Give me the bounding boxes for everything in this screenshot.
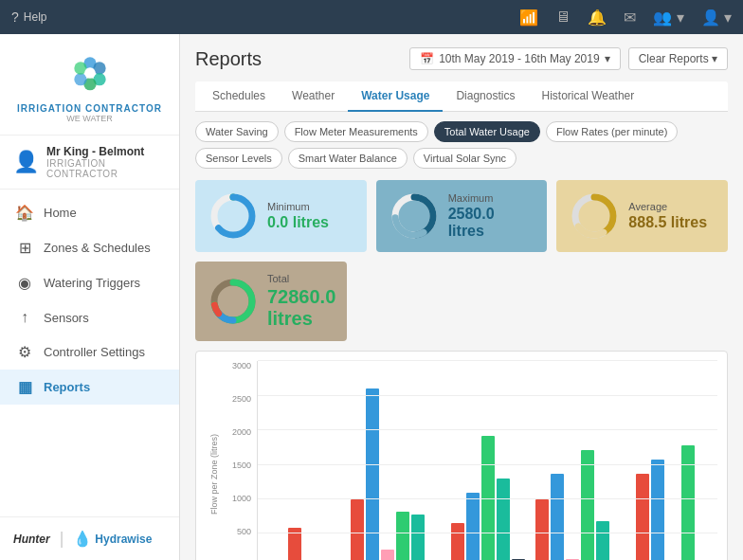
chart-bars-container: 0 500 1000 1500 2000 2500 3000 (223, 361, 717, 560)
sidebar-user: 👤 Mr King - Belmont IRRIGATION CONTRACTO… (0, 135, 179, 190)
chart-inner: Flow per Zone (litres) 0 500 1000 1500 2… (206, 361, 717, 560)
y-axis-label-container: Flow per Zone (litres) (206, 361, 223, 560)
y-label-500: 500 (223, 527, 251, 536)
grid-lines (258, 361, 717, 560)
date-range-label: 10th May 2019 - 16th May 2019 (439, 52, 599, 65)
monitor-icon[interactable]: 🖥 (555, 9, 571, 26)
sidebar-item-label: Home (44, 206, 77, 220)
total-value: 72860.0litres (267, 286, 335, 330)
controller-icon: ⚙ (15, 343, 34, 361)
svg-point-6 (84, 67, 96, 79)
maximum-label: Maximum (448, 192, 535, 204)
total-row: Total 72860.0litres (195, 262, 728, 341)
tabs-bar: Schedules Weather Water Usage Diagnostic… (195, 81, 728, 112)
page-title: Reports (195, 48, 262, 70)
chevron-down-icon: ▾ (605, 52, 610, 65)
stat-text-minimum: Minimum 0.0 litres (267, 201, 329, 231)
grid-line-1500 (258, 464, 717, 465)
sidebar-item-label: Controller Settings (44, 345, 145, 359)
mail-icon[interactable]: ✉ (624, 9, 636, 27)
zones-icon: ⊞ (15, 239, 34, 257)
y-label-2500: 2500 (223, 394, 251, 404)
user-role: IRRIGATION CONTRACTOR (46, 158, 166, 179)
home-icon: 🏠 (15, 204, 34, 222)
sidebar-item-label: Watering Triggers (44, 276, 140, 290)
wifi-icon[interactable]: 📶 (519, 9, 538, 27)
y-label-2000: 2000 (223, 427, 251, 437)
total-label: Total (267, 273, 335, 284)
stat-card-minimum: Minimum 0.0 litres (195, 180, 367, 252)
grid-line-1000 (258, 498, 717, 499)
chart-content: 0 500 1000 1500 2000 2500 3000 (223, 361, 717, 560)
pill-sensor-levels[interactable]: Sensor Levels (195, 148, 282, 169)
logo-flower (66, 49, 114, 97)
sidebar-item-reports[interactable]: ▦ Reports (0, 370, 179, 405)
chart-area: Flow per Zone (litres) 0 500 1000 1500 2… (195, 351, 728, 560)
help-icon: ? (11, 9, 19, 25)
clear-reports-label: Clear Reports (639, 52, 709, 65)
y-label-1500: 1500 (223, 461, 251, 470)
date-picker-button[interactable]: 📅 10th May 2019 - 16th May 2019 ▾ (409, 47, 620, 70)
donut-average (570, 191, 619, 241)
pill-flow-meter[interactable]: Flow Meter Measurements (284, 121, 428, 142)
sidebar-item-home[interactable]: 🏠 Home (0, 195, 179, 230)
filter-pills: Water Saving Flow Meter Measurements Tot… (195, 121, 728, 169)
sidebar-footer: Hunter | 💧 Hydrawise (0, 516, 179, 560)
tab-schedules[interactable]: Schedules (199, 81, 279, 112)
stat-card-average: Average 888.5 litres (556, 180, 728, 252)
pill-total-water-usage[interactable]: Total Water Usage (434, 121, 540, 142)
average-value: 888.5 litres (628, 214, 707, 231)
donut-total (208, 277, 258, 326)
help-link[interactable]: ? Help (11, 9, 46, 25)
user-icon[interactable]: 👤 ▾ (701, 9, 732, 27)
grid-line-3000 (258, 360, 717, 361)
sidebar: IRRIGATION CONTRACTOR WE WATER 👤 Mr King… (0, 34, 180, 560)
hydrawise-logo: 💧 Hydrawise (73, 530, 152, 548)
user-avatar-icon: 👤 (13, 150, 39, 174)
user-info: Mr King - Belmont IRRIGATION CONTRACTOR (46, 145, 166, 179)
bars-area (257, 361, 717, 560)
grid-line-2000 (258, 429, 717, 430)
pill-virtual-solar[interactable]: Virtual Solar Sync (413, 148, 516, 169)
clear-reports-button[interactable]: Clear Reports ▾ (628, 47, 728, 70)
user-name: Mr King - Belmont (46, 145, 166, 158)
reports-icon: ▦ (15, 378, 34, 396)
top-nav: ? Help 📶 🖥 🔔 ✉ 👥 ▾ 👤 ▾ (0, 0, 743, 34)
help-label: Help (24, 10, 47, 24)
sidebar-item-zones[interactable]: ⊞ Zones & Schedules (0, 230, 179, 265)
clear-chevron-icon: ▾ (712, 52, 717, 65)
sidebar-item-controller[interactable]: ⚙ Controller Settings (0, 334, 179, 370)
users-icon[interactable]: 👥 ▾ (653, 9, 683, 27)
grid-line-500 (258, 533, 717, 533)
donut-maximum (390, 191, 439, 241)
tab-weather[interactable]: Weather (279, 81, 348, 112)
minimum-value: 0.0 litres (267, 214, 329, 231)
bell-icon[interactable]: 🔔 (588, 9, 607, 27)
pill-water-saving[interactable]: Water Saving (195, 121, 279, 142)
pill-smart-water[interactable]: Smart Water Balance (288, 148, 408, 169)
y-labels: 0 500 1000 1500 2000 2500 3000 (223, 361, 251, 560)
y-axis-label: Flow per Zone (litres) (209, 434, 219, 515)
sidebar-logo: IRRIGATION CONTRACTOR WE WATER (0, 34, 179, 135)
content-area: Reports 📅 10th May 2019 - 16th May 2019 … (180, 34, 743, 560)
sidebar-item-watering[interactable]: ◉ Watering Triggers (0, 265, 179, 300)
stat-card-maximum: Maximum 2580.0 litres (376, 180, 548, 252)
stat-card-total: Total 72860.0litres (195, 262, 347, 341)
pill-flow-rates[interactable]: Flow Rates (per minute) (546, 121, 678, 142)
sidebar-item-label: Sensors (44, 311, 89, 325)
y-label-3000: 3000 (223, 361, 251, 370)
top-nav-icons: 📶 🖥 🔔 ✉ 👥 ▾ 👤 ▾ (519, 9, 732, 27)
stat-text-maximum: Maximum 2580.0 litres (448, 192, 535, 240)
tab-historical-weather[interactable]: Historical Weather (528, 81, 647, 112)
tagline: WE WATER (11, 114, 168, 123)
sensors-icon: ↑ (15, 309, 34, 326)
hunter-logo: Hunter (13, 533, 50, 546)
stats-row: Minimum 0.0 litres Maximum 2580.0 litres (195, 180, 728, 252)
donut-minimum (208, 191, 258, 241)
average-label: Average (628, 201, 707, 212)
calendar-icon: 📅 (420, 52, 434, 65)
header-right: 📅 10th May 2019 - 16th May 2019 ▾ Clear … (409, 47, 728, 70)
tab-diagnostics[interactable]: Diagnostics (443, 81, 528, 112)
sidebar-item-sensors[interactable]: ↑ Sensors (0, 300, 179, 334)
tab-water-usage[interactable]: Water Usage (348, 81, 443, 112)
